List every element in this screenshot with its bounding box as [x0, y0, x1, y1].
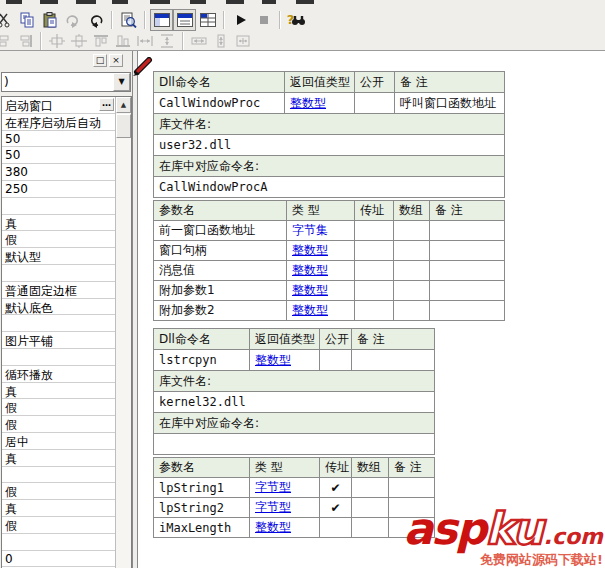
- byref-cell[interactable]: [355, 241, 394, 261]
- align-tops-icon[interactable]: [90, 33, 112, 50]
- same-width-icon[interactable]: [188, 33, 210, 50]
- property-row[interactable]: 默认型: [2, 248, 115, 265]
- param-name-cell[interactable]: 窗口句柄: [154, 241, 287, 261]
- type-link[interactable]: 整数型: [292, 283, 328, 297]
- alias-cell[interactable]: CallWindowProcA: [154, 177, 505, 198]
- param-type-cell[interactable]: 整数型: [287, 281, 355, 301]
- remark-cell[interactable]: [430, 241, 505, 261]
- type-link[interactable]: 整数型: [292, 243, 328, 257]
- type-link[interactable]: 字节型: [255, 480, 291, 494]
- lib-file-name-cell[interactable]: kernel32.dll: [154, 392, 435, 413]
- type-link[interactable]: 整数型: [292, 263, 328, 277]
- property-grid-scrollbar[interactable]: ▲: [115, 97, 131, 568]
- property-row[interactable]: [2, 265, 115, 282]
- param-type-cell[interactable]: 字节型: [250, 478, 320, 498]
- scroll-up-icon[interactable]: ▲: [116, 97, 131, 113]
- property-row[interactable]: 50: [2, 131, 115, 148]
- align-bottoms-icon[interactable]: [112, 33, 134, 50]
- param-type-cell[interactable]: 整数型: [287, 241, 355, 261]
- property-row[interactable]: 250: [2, 181, 115, 198]
- byref-cell[interactable]: [320, 518, 352, 538]
- close-window-icon[interactable]: ×: [109, 54, 123, 67]
- param-type-cell[interactable]: 整数型: [250, 518, 320, 538]
- param-name-cell[interactable]: lpString1: [154, 478, 250, 498]
- align-right-edges-icon[interactable]: [14, 33, 36, 50]
- property-row[interactable]: 居中: [2, 433, 115, 450]
- find-in-document-icon[interactable]: [117, 9, 140, 31]
- align-left-edges-icon[interactable]: [0, 33, 14, 50]
- remark-cell[interactable]: [430, 221, 505, 241]
- type-link[interactable]: 整数型: [290, 96, 326, 110]
- command-name-cell[interactable]: lstrcpyn: [154, 350, 250, 371]
- remark-cell[interactable]: 呼叫窗口函数地址: [395, 93, 505, 114]
- property-row[interactable]: 启动窗口 …: [2, 97, 115, 114]
- property-row[interactable]: 循环播放: [2, 366, 115, 383]
- help-find-icon[interactable]: ?: [285, 9, 308, 31]
- remark-cell[interactable]: [430, 281, 505, 301]
- space-across-icon[interactable]: [134, 33, 156, 50]
- return-type-cell[interactable]: 整数型: [285, 93, 355, 114]
- same-height-icon[interactable]: [210, 33, 232, 50]
- property-row[interactable]: [2, 349, 115, 366]
- type-link[interactable]: 整数型: [292, 303, 328, 317]
- byref-cell[interactable]: [355, 281, 394, 301]
- param-name-cell[interactable]: 附加参数1: [154, 281, 287, 301]
- property-row[interactable]: 图片平铺: [2, 332, 115, 349]
- array-cell[interactable]: [394, 241, 430, 261]
- property-row[interactable]: 380: [2, 164, 115, 181]
- space-down-icon[interactable]: [156, 33, 178, 50]
- property-row[interactable]: 在程序启动后自动: [2, 114, 115, 131]
- property-row[interactable]: [2, 198, 115, 215]
- property-row[interactable]: 真: [2, 500, 115, 517]
- remark-cell[interactable]: [430, 261, 505, 281]
- param-name-cell[interactable]: 前一窗口函数地址: [154, 221, 287, 241]
- byref-check-icon[interactable]: ✔: [320, 478, 352, 498]
- param-type-cell[interactable]: 字节型: [250, 498, 320, 518]
- property-row[interactable]: 50: [2, 147, 115, 164]
- return-type-cell[interactable]: 整数型: [250, 350, 320, 371]
- alias-cell[interactable]: [154, 434, 435, 455]
- paste-icon[interactable]: [38, 9, 61, 31]
- param-type-cell[interactable]: 整数型: [287, 301, 355, 321]
- ellipsis-button[interactable]: …: [99, 98, 114, 111]
- cut-icon[interactable]: [0, 9, 15, 31]
- remark-cell[interactable]: [389, 478, 435, 498]
- public-cell[interactable]: [320, 350, 352, 371]
- view-code-icon[interactable]: [173, 9, 196, 31]
- byref-check-icon[interactable]: ✔: [320, 498, 352, 518]
- param-name-cell[interactable]: 消息值: [154, 261, 287, 281]
- property-row[interactable]: 0: [2, 551, 115, 568]
- view-table-icon[interactable]: [196, 9, 219, 31]
- property-row[interactable]: 真: [2, 215, 115, 232]
- property-row[interactable]: 假: [2, 517, 115, 534]
- property-row[interactable]: 假: [2, 483, 115, 500]
- copy-icon[interactable]: [15, 9, 38, 31]
- undo-icon[interactable]: [84, 9, 107, 31]
- byref-cell[interactable]: [355, 261, 394, 281]
- type-link[interactable]: 整数型: [255, 353, 291, 367]
- remark-cell[interactable]: [389, 518, 435, 538]
- array-cell[interactable]: [394, 261, 430, 281]
- property-row[interactable]: 普通固定边框: [2, 282, 115, 299]
- param-name-cell[interactable]: 附加参数2: [154, 301, 287, 321]
- center-vertical-icon[interactable]: [68, 33, 90, 50]
- run-icon[interactable]: [229, 9, 252, 31]
- param-name-cell[interactable]: iMaxLength: [154, 518, 250, 538]
- remark-cell[interactable]: [352, 350, 435, 371]
- object-selector-combobox[interactable]: ) ▼: [1, 72, 131, 92]
- center-horizontal-icon[interactable]: [46, 33, 68, 50]
- type-link[interactable]: 字节型: [255, 500, 291, 514]
- byref-cell[interactable]: [355, 301, 394, 321]
- redo-icon[interactable]: [61, 9, 84, 31]
- array-cell[interactable]: [394, 281, 430, 301]
- param-type-cell[interactable]: 字节集: [287, 221, 355, 241]
- param-name-cell[interactable]: lpString2: [154, 498, 250, 518]
- property-row[interactable]: 真: [2, 383, 115, 400]
- restore-window-icon[interactable]: □: [93, 54, 107, 67]
- public-cell[interactable]: [355, 93, 395, 114]
- remark-cell[interactable]: [389, 498, 435, 518]
- property-row[interactable]: 真: [2, 450, 115, 467]
- byref-cell[interactable]: [355, 221, 394, 241]
- array-cell[interactable]: [352, 498, 389, 518]
- property-row[interactable]: [2, 315, 115, 332]
